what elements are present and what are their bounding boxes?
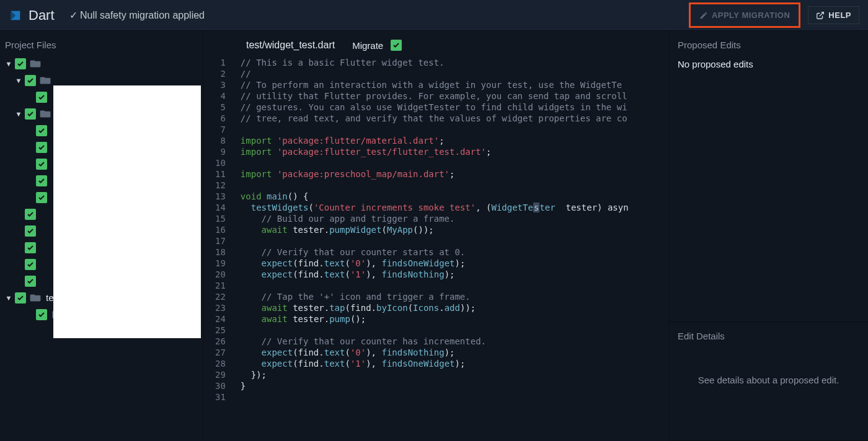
dart-logo-icon xyxy=(9,9,22,22)
code-line: await tester.pump(); xyxy=(241,313,629,325)
edit-details-title: Edit Details xyxy=(678,331,859,341)
tree-checkbox[interactable] xyxy=(15,58,26,69)
code-line: // Build our app and trigger a frame. xyxy=(241,213,629,224)
tree-checkbox[interactable] xyxy=(25,259,36,270)
migration-status: ✓ Null safety migration applied xyxy=(69,9,205,21)
header: Dart ✓ Null safety migration applied APP… xyxy=(0,0,868,31)
tree-checkbox[interactable] xyxy=(36,159,47,170)
pencil-icon xyxy=(699,11,708,20)
open-external-icon xyxy=(816,11,825,20)
apply-migration-label: APPLY MIGRATION xyxy=(712,11,790,20)
code-line: import 'package:flutter/material.dart'; xyxy=(241,135,629,146)
code-line xyxy=(241,280,629,291)
code-line: // Verify that our counter starts at 0. xyxy=(241,247,629,258)
tree-item[interactable] xyxy=(4,55,200,72)
code-line: // gestures. You can also use WidgetTest… xyxy=(241,102,629,113)
code-line xyxy=(241,124,629,135)
file-path: test/widget_test.dart xyxy=(246,40,335,51)
sidebar-title: Project Files xyxy=(4,38,200,55)
help-button[interactable]: HELP xyxy=(808,6,859,24)
apply-migration-button[interactable]: APPLY MIGRATION xyxy=(689,2,800,28)
tree-checkbox[interactable] xyxy=(36,175,47,186)
tree-checkbox[interactable] xyxy=(25,276,36,287)
folder-icon xyxy=(30,294,41,302)
tree-checkbox[interactable] xyxy=(36,125,47,136)
project-files-sidebar: Project Files testwidget_test.dart xyxy=(0,31,203,441)
code-line: expect(find.text('1'), findsOneWidget); xyxy=(241,358,629,369)
code-line: // Verify that our counter has increment… xyxy=(241,336,629,347)
proposed-edits-title: Proposed Edits xyxy=(678,40,859,50)
code-line: // Tap the '+' icon and trigger a frame. xyxy=(241,291,629,302)
code-line: // xyxy=(241,68,629,79)
redaction-overlay xyxy=(53,85,201,338)
code-line: // utility that Flutter provides. For ex… xyxy=(241,90,629,102)
edit-details-hint: See details about a proposed edit. xyxy=(678,350,859,410)
code-line: await tester.tap(find.byIcon(Icons.add))… xyxy=(241,302,629,313)
code-line xyxy=(241,235,629,247)
chevron-down-icon xyxy=(5,294,12,302)
chevron-down-icon xyxy=(15,110,22,118)
code-line: expect(find.text('0'), findsOneWidget); xyxy=(241,258,629,269)
tree-checkbox[interactable] xyxy=(36,192,47,203)
tree-checkbox[interactable] xyxy=(36,142,47,153)
tree-checkbox[interactable] xyxy=(36,92,47,103)
tree-checkbox[interactable] xyxy=(25,225,36,237)
proposed-edits-body: No proposed edits xyxy=(678,59,859,69)
code-line xyxy=(241,325,629,336)
right-panel: Proposed Edits No proposed edits Edit De… xyxy=(668,31,868,441)
code-line xyxy=(241,157,629,168)
chevron-down-icon xyxy=(5,60,12,68)
code-area[interactable]: 1234567891011121314151617181920212223242… xyxy=(204,56,668,403)
edit-details-panel: Edit Details See details about a propose… xyxy=(669,322,868,441)
code-line: import 'package:preschool_map/main.dart'… xyxy=(241,168,629,180)
folder-icon xyxy=(40,76,51,85)
folder-icon xyxy=(40,110,51,118)
tree-checkbox[interactable] xyxy=(25,108,36,120)
migrate-label: Migrate xyxy=(352,40,383,51)
tree-checkbox[interactable] xyxy=(25,209,36,220)
code-line: }); xyxy=(241,369,629,380)
proposed-edits-panel: Proposed Edits No proposed edits xyxy=(669,31,868,322)
code-line: expect(find.text('0'), findsNothing); xyxy=(241,347,629,358)
help-label: HELP xyxy=(828,11,851,20)
code-line xyxy=(241,180,629,191)
editor-pane: test/widget_test.dart Migrate 1234567891… xyxy=(203,31,668,441)
code-line: // This is a basic Flutter widget test. xyxy=(241,57,629,68)
app-title: Dart xyxy=(29,7,55,24)
tree-checkbox[interactable] xyxy=(25,75,36,86)
file-header: test/widget_test.dart Migrate xyxy=(204,31,668,56)
code-line: testWidgets('Counter increments smoke te… xyxy=(241,202,629,213)
code-line: } xyxy=(241,380,629,391)
code-content: // This is a basic Flutter widget test./… xyxy=(232,56,629,403)
code-line: // To perform an interaction with a widg… xyxy=(241,79,629,90)
chevron-down-icon xyxy=(15,77,22,84)
code-line: import 'package:flutter_test/flutter_tes… xyxy=(241,146,629,157)
code-line: await tester.pumpWidget(MyApp()); xyxy=(241,224,629,235)
code-line: expect(find.text('1'), findsNothing); xyxy=(241,269,629,280)
folder-icon xyxy=(30,59,41,68)
svg-line-2 xyxy=(820,12,823,15)
migrate-checkbox[interactable] xyxy=(391,40,402,51)
tree-checkbox[interactable] xyxy=(15,292,26,303)
code-line: void main() { xyxy=(241,191,629,202)
code-line: // tree, read text, and verify that the … xyxy=(241,113,629,124)
tree-checkbox[interactable] xyxy=(36,309,47,320)
code-line xyxy=(241,391,629,403)
line-gutter: 1234567891011121314151617181920212223242… xyxy=(204,56,232,403)
tree-checkbox[interactable] xyxy=(25,242,36,253)
